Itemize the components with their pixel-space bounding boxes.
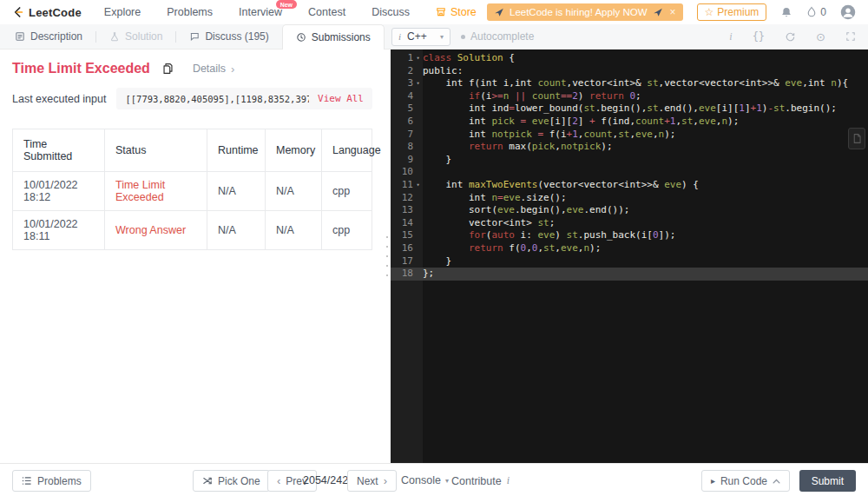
code-line[interactable]: 4 if(i>=n || count==2) return 0; [391, 90, 868, 103]
code-line[interactable]: 8 return max(pick,notpick); [391, 141, 868, 154]
rocket-icon [653, 7, 663, 17]
code-line[interactable]: 16 return f(0,0,st,eve,n); [391, 242, 868, 255]
line-number: 17 [391, 255, 413, 268]
tab-discuss-label: Discuss (195) [205, 30, 268, 43]
line-number: 9 [391, 154, 413, 167]
run-code-button[interactable]: ▸ Run Code [701, 470, 790, 492]
copy-icon[interactable] [162, 63, 174, 75]
last-input-value: [[7793,8820,405095],[1198,8352,397191],[… [125, 94, 309, 104]
fold-spacer [413, 255, 423, 268]
code-line[interactable]: 18}; [391, 268, 868, 281]
fold-spacer [413, 166, 423, 179]
language-select[interactable]: i C++ ▾ [391, 28, 450, 46]
chevron-up-icon [773, 479, 780, 484]
cell-status[interactable]: Wrong Answer [105, 211, 207, 250]
code-line[interactable]: 12 int n=eve.size(); [391, 192, 868, 205]
fold-arrow-icon[interactable]: ▾ [413, 77, 423, 90]
nav-item-explore[interactable]: Explore [104, 6, 141, 18]
nav-item-discuss[interactable]: Discuss [372, 6, 410, 18]
tab-solution[interactable]: Solution [96, 24, 175, 49]
console-toggle[interactable]: Console ▾ [401, 474, 449, 486]
code-line[interactable]: 2public: [391, 65, 868, 78]
fold-arrow-icon[interactable]: ▾ [413, 52, 423, 65]
code-text: vector<int> st; [423, 217, 555, 230]
chevron-down-icon: ▾ [440, 33, 444, 41]
code-line[interactable]: 11▾ int maxTwoEvents(vector<vector<int>>… [391, 179, 868, 192]
cell-runtime: N/A [207, 211, 266, 250]
info-icon[interactable]: i [729, 31, 732, 42]
col-time-submitted: Time Submitted [13, 129, 105, 172]
tab-submissions[interactable]: Submissions [282, 24, 385, 50]
format-braces-icon[interactable]: {} [753, 31, 765, 42]
last-input-label: Last executed input [12, 93, 106, 105]
fold-arrow-icon[interactable]: ▾ [413, 179, 423, 192]
tab-description[interactable]: Description [2, 24, 95, 49]
code-line[interactable]: 6 int pick = eve[i][2] + f(ind,count+1,s… [391, 116, 868, 129]
code-line[interactable]: 14 vector<int> st; [391, 217, 868, 230]
leetcode-logo[interactable]: LeetCode [10, 5, 82, 19]
code-text: int f(int i,int count,vector<int>& st,ve… [423, 77, 848, 90]
code-line[interactable]: 9 } [391, 154, 868, 167]
submissions-panel: Time Limit Exceeded Details › Last execu… [0, 50, 385, 463]
code-text: } [423, 154, 451, 167]
nav-item-store[interactable]: Store [436, 6, 477, 18]
code-editor[interactable]: 1▾class Solution {2public:3▾ int f(int i… [391, 50, 868, 463]
code-line[interactable]: 15 for(auto i: eve) st.push_back(i[0]); [391, 229, 868, 242]
pick-one-label: Pick One [218, 475, 260, 487]
code-text: }; [423, 268, 434, 281]
console-label: Console [401, 474, 441, 486]
settings-target-icon[interactable]: ⊙ [816, 31, 825, 43]
pick-one-button[interactable]: Pick One [193, 470, 270, 492]
premium-button[interactable]: ☆ Premium [697, 3, 767, 21]
editor-controls: i C++ ▾ Autocomplete i {} ⊙ [385, 24, 868, 49]
copy-code-button[interactable] [848, 128, 865, 149]
fold-spacer [413, 65, 423, 78]
code-line[interactable]: 10 [391, 166, 868, 179]
notifications-bell-icon[interactable] [780, 6, 792, 19]
submit-button[interactable]: Submit [799, 470, 856, 492]
rocket-icon [494, 7, 504, 17]
fullscreen-icon[interactable] [845, 31, 856, 42]
last-input-box[interactable]: [[7793,8820,405095],[1198,8352,397191],[… [116, 88, 372, 109]
details-link[interactable]: Details › [193, 63, 235, 76]
next-button[interactable]: Next › [347, 470, 397, 492]
autocomplete-toggle[interactable]: Autocomplete [461, 30, 534, 43]
code-line[interactable]: 1▾class Solution { [391, 52, 868, 65]
problems-button[interactable]: Problems [12, 470, 91, 492]
submissions-table: Time Submitted Status Runtime Memory Lan… [12, 129, 372, 250]
details-label: Details [193, 63, 226, 75]
play-icon: ▸ [711, 476, 715, 486]
tab-discuss[interactable]: Discuss (195) [176, 24, 281, 49]
nav-item-interview[interactable]: Interview New [239, 6, 282, 18]
table-row[interactable]: 10/01/2022 18:11 Wrong Answer N/A N/A cp… [13, 211, 372, 250]
fold-spacer [413, 242, 423, 255]
daily-streak[interactable]: 0 [806, 6, 826, 18]
fold-spacer [413, 204, 423, 217]
line-number: 3 [391, 77, 413, 90]
code-line[interactable]: 5 int ind=lower_bound(st.begin(),st.end(… [391, 103, 868, 116]
avatar[interactable] [840, 4, 856, 20]
col-runtime: Runtime [207, 129, 266, 172]
code-line[interactable]: 3▾ int f(int i,int count,vector<int>& st… [391, 77, 868, 90]
fold-spacer [413, 217, 423, 230]
autocomplete-dot-icon [461, 35, 465, 39]
banner-close-icon[interactable]: × [670, 6, 676, 18]
cell-status[interactable]: Time Limit Exceeded [105, 172, 207, 211]
code-line[interactable]: 13 sort(eve.begin(),eve.end()); [391, 204, 868, 217]
streak-drop-icon [806, 6, 817, 18]
leetcode-app: LeetCode Explore Problems Interview New … [0, 0, 868, 496]
code-line[interactable]: 17 } [391, 255, 868, 268]
nav-item-problems[interactable]: Problems [167, 6, 213, 18]
code-line[interactable]: 7 int notpick = f(i+1,count,st,eve,n); [391, 129, 868, 142]
tab-solution-label: Solution [125, 30, 162, 43]
panel-resize-handle[interactable] [385, 50, 391, 463]
last-input-row: Last executed input [[7793,8820,405095],… [12, 88, 372, 109]
hiring-banner[interactable]: LeetCode is hiring! Apply NOW × [487, 3, 683, 21]
line-number: 1 [391, 52, 413, 65]
cell-time: 10/01/2022 18:12 [13, 172, 105, 211]
nav-item-contest[interactable]: Contest [308, 6, 345, 18]
contribute-link[interactable]: Contribute i [451, 474, 510, 487]
reset-icon[interactable] [785, 31, 796, 43]
table-row[interactable]: 10/01/2022 18:12 Time Limit Exceeded N/A… [13, 172, 372, 211]
view-all-link[interactable]: View All [318, 93, 364, 104]
